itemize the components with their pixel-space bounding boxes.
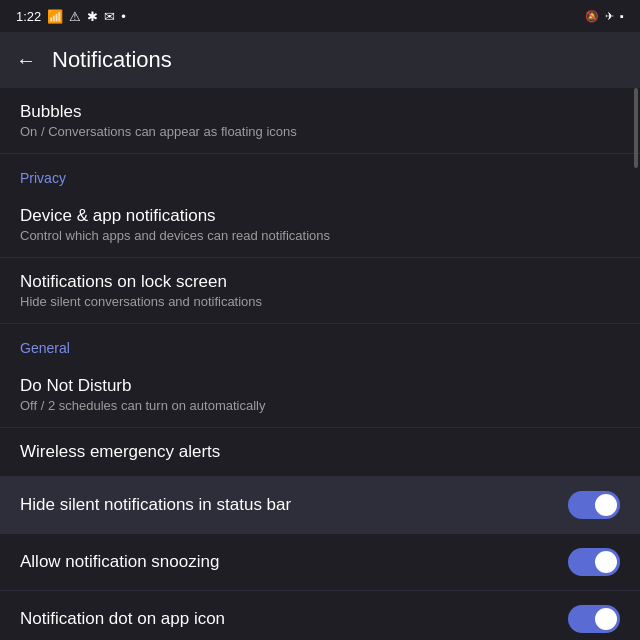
notification-dot-text: Notification dot on app icon [20,609,568,629]
device-app-notifications-title: Device & app notifications [20,206,620,226]
allow-snoozing-item[interactable]: Allow notification snoozing [0,534,640,590]
airplane-icon: ✈ [605,10,614,23]
hide-silent-notifications-text: Hide silent notifications in status bar [20,495,568,515]
wireless-emergency-alerts-title: Wireless emergency alerts [20,442,620,462]
toggle-knob-2 [595,551,617,573]
status-bar: 1:22 📶 ⚠ ✱ ✉ • 🔕 ✈ ▪ [0,0,640,32]
device-app-notifications-subtitle: Control which apps and devices can read … [20,228,620,243]
lock-screen-notifications-subtitle: Hide silent conversations and notificati… [20,294,620,309]
device-app-notifications-item[interactable]: Device & app notifications Control which… [0,192,640,257]
hide-silent-notifications-title: Hide silent notifications in status bar [20,495,556,515]
do-not-disturb-item[interactable]: Do Not Disturb Off / 2 schedules can tur… [0,362,640,427]
wireless-emergency-alerts-item[interactable]: Wireless emergency alerts [0,428,640,476]
toggle-knob-3 [595,608,617,630]
notification-dot-title: Notification dot on app icon [20,609,556,629]
privacy-section-header: Privacy [0,154,640,192]
hide-silent-notifications-toggle[interactable] [568,491,620,519]
lock-screen-notifications-title: Notifications on lock screen [20,272,620,292]
do-not-disturb-title: Do Not Disturb [20,376,620,396]
lock-screen-notifications-item[interactable]: Notifications on lock screen Hide silent… [0,258,640,323]
bluetooth2-icon: ✱ [87,9,98,24]
battery-icon: ▪ [620,10,624,22]
time-display: 1:22 [16,9,41,24]
bluetooth-icon: 📶 [47,9,63,24]
content-area: Bubbles On / Conversations can appear as… [0,88,640,640]
no-notify-icon: 🔕 [585,10,599,23]
bubbles-item[interactable]: Bubbles On / Conversations can appear as… [0,88,640,153]
do-not-disturb-subtitle: Off / 2 schedules can turn on automatica… [20,398,620,413]
status-bar-left: 1:22 📶 ⚠ ✱ ✉ • [16,9,126,24]
notification-dot-toggle[interactable] [568,605,620,633]
back-button[interactable]: ← [16,49,36,72]
toggle-knob [595,494,617,516]
general-section-header: General [0,324,640,362]
allow-snoozing-text: Allow notification snoozing [20,552,568,572]
bubbles-title: Bubbles [20,102,620,122]
page-title: Notifications [52,47,172,73]
status-bar-right: 🔕 ✈ ▪ [585,10,624,23]
bubbles-subtitle: On / Conversations can appear as floatin… [20,124,620,139]
dot-icon: • [121,9,126,24]
mail-icon: ✉ [104,9,115,24]
hide-silent-notifications-item[interactable]: Hide silent notifications in status bar [0,477,640,533]
warning-icon: ⚠ [69,9,81,24]
toolbar: ← Notifications [0,32,640,88]
notification-dot-item[interactable]: Notification dot on app icon [0,591,640,640]
allow-snoozing-title: Allow notification snoozing [20,552,556,572]
allow-snoozing-toggle[interactable] [568,548,620,576]
scroll-indicator [634,88,638,168]
